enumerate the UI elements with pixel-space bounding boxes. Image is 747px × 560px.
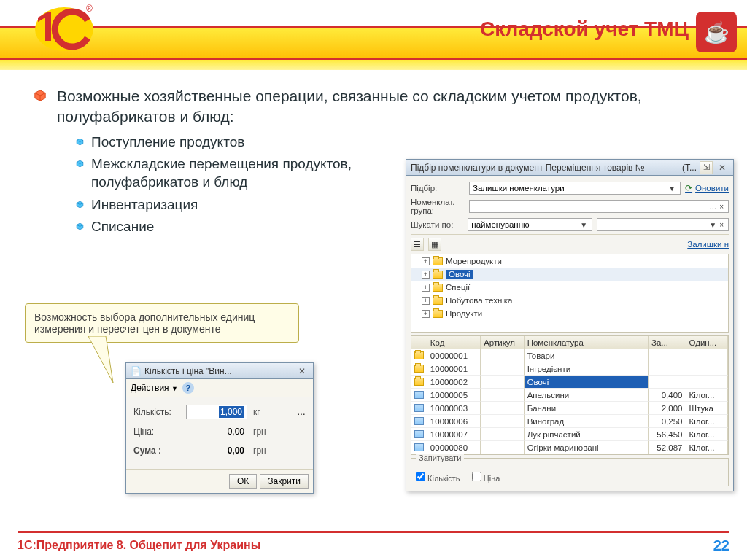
dialog-title-extra: (Т... [682,163,697,173]
sub-bullet: Поступление продуктов [76,133,390,152]
ask-qty-checkbox[interactable]: Кількість [416,472,460,483]
grid-row[interactable]: 10000005 Апельсини 0,400 Кілог... [411,389,728,402]
sub-bullet: Межскладские перемещения продуктов, полу… [76,155,390,191]
ask-price-checkbox[interactable]: Ціна [472,472,500,483]
expand-icon[interactable]: + [422,310,430,318]
chevron-down-icon[interactable]: ▼ [667,184,677,192]
grid-row[interactable]: 10000001 Інгредієнти [411,362,728,376]
grid-header-cell[interactable]: Номенклатура [525,336,649,349]
refresh-link[interactable]: ⟳Оновити [685,183,729,193]
cell-name: Інгредієнти [525,362,649,376]
ok-button[interactable]: ОК [229,474,257,489]
cell-code: 00000001 [427,349,481,362]
close-button[interactable]: Закрити [260,474,309,489]
item-icon [414,391,424,399]
qty-row: Кількість: 1,000 кг … [133,405,306,419]
footer-line [18,531,729,533]
callout-units: Возможность выбора дополнительных единиц… [25,303,299,343]
dialog-title-text: Кількість і ціна "Вин... [144,366,232,376]
grid-row[interactable]: 00000080 Огірки мариновані 52,087 Кілог.… [411,441,728,454]
coffee-icon: ☕ [696,12,737,52]
close-icon[interactable]: ✕ [716,163,729,173]
grid-row[interactable]: 10000002 Овочі [411,376,728,389]
sum-label: Сума : [133,446,180,456]
cell-unit: Кілог... [686,389,728,402]
item-icon [414,443,424,451]
grid-header-cell[interactable] [411,336,427,349]
chevron-down-icon[interactable]: ▼ [708,221,718,229]
balance-link[interactable]: Залишки н [687,240,729,249]
unit-picker-button[interactable]: … [297,407,306,417]
nomenclature-picker-dialog: Підбір номенклатури в документ Переміщен… [406,159,734,491]
tree-row[interactable]: + Овочі [411,268,728,281]
slide-title: Складской учет ТМЦ [0,18,747,41]
grid-row[interactable]: 10000003 Банани 2,000 Штука [411,402,728,415]
ellipsis-icon[interactable]: … [708,203,718,211]
tree-row[interactable]: + Спеції [411,281,728,294]
qty-input[interactable]: 1,000 [186,405,247,419]
tree-label: Спеції [446,283,470,292]
tree-row[interactable]: + Продукти [411,307,728,320]
grid-header-cell[interactable]: За... [649,336,686,349]
tree-mode-button[interactable]: ☰ [411,238,424,251]
price-label: Ціна: [133,427,180,437]
dialog-titlebar[interactable]: 📄 Кількість і ціна "Вин... ✕ [126,363,313,379]
picker-combo[interactable]: ▼ [469,182,681,195]
request-box: Запитувати Кількість Ціна [411,458,729,486]
price-value: 0,00 [186,425,247,438]
picker-input[interactable] [473,184,667,192]
grid-header: КодАртикулНоменклатураЗа...Один... [411,336,728,349]
chevron-down-icon[interactable]: ▼ [578,221,589,229]
cell-code: 10000006 [427,415,481,428]
expand-icon[interactable]: + [422,284,430,292]
cell-name: Огірки мариновані [525,441,649,454]
dialog-menubar: Действия ▼ ? [126,379,313,397]
grid-header-cell[interactable]: Код [427,336,481,349]
pin-icon[interactable]: ⇲ [700,161,713,174]
expand-icon[interactable]: + [422,257,430,265]
clear-icon[interactable]: × [718,203,725,211]
sum-value: 0,00 [186,444,247,457]
callout-units-text: Возможность выбора дополнительных единиц… [34,311,255,335]
sub-bullet-text: Инвентаризация [91,196,198,214]
cell-unit [686,376,728,389]
search-value-combo[interactable]: ▼ × [597,218,729,231]
tree-row[interactable]: + Морепродукти [411,254,728,268]
tree-row[interactable]: + Побутова техніка [411,294,728,307]
search-by-input[interactable] [471,220,578,229]
expand-icon[interactable]: + [422,271,430,279]
cell-article [481,402,524,415]
list-mode-button[interactable]: ▦ [428,238,441,251]
grid-row[interactable]: 00000001 Товари [411,349,728,362]
help-icon[interactable]: ? [182,382,194,394]
cell-unit [686,349,728,362]
search-value-input[interactable] [600,220,708,229]
tree-label: Морепродукти [446,257,502,265]
grid-header-cell[interactable]: Один... [686,336,728,349]
dialog-titlebar[interactable]: Підбір номенклатури в документ Переміщен… [406,160,733,176]
close-icon[interactable]: ✕ [295,366,309,376]
cell-qty: 0,400 [649,389,686,402]
sub-bullet-text: Поступление продуктов [91,133,244,152]
item-icon [414,417,424,425]
grid-header-cell[interactable]: Артикул [481,336,524,349]
actions-menu[interactable]: Действия ▼ [131,383,178,393]
cell-article [481,389,524,402]
category-tree[interactable]: + Морепродукти + Овочі + Спеції + Побуто… [411,254,729,332]
grid-row[interactable]: 10000007 Лук ріпчастий 56,450 Кілог... [411,428,728,441]
cell-name: Банани [525,402,649,415]
folder-icon [414,351,424,359]
expand-icon[interactable]: + [422,297,430,305]
group-input[interactable] [473,202,708,211]
cell-qty: 52,087 [649,441,686,454]
items-grid[interactable]: КодАртикулНоменклатураЗа...Один... 00000… [411,335,729,455]
search-by-combo[interactable]: ▼ [468,218,592,231]
cell-article [481,376,524,389]
grid-row[interactable]: 10000006 Виноград 0,250 Кілог... [411,415,728,428]
cell-unit: Кілог... [686,428,728,441]
group-combo[interactable]: … × [469,200,729,213]
cell-name: Виноград [525,415,649,428]
cell-code: 10000003 [427,402,481,415]
clear-icon[interactable]: × [718,221,725,229]
folder-icon [433,271,443,279]
